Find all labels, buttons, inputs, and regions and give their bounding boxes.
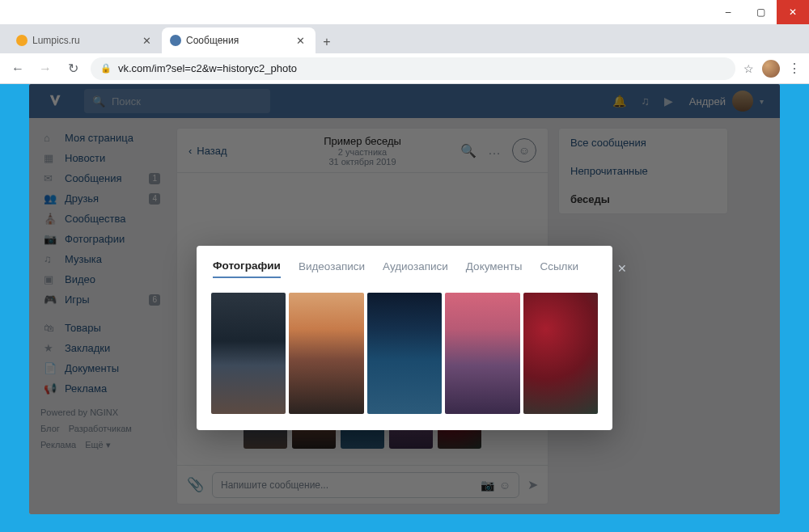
modal-tab-videos[interactable]: Видеозаписи bbox=[299, 260, 365, 277]
photo-thumbnail[interactable] bbox=[523, 293, 598, 414]
close-tab-icon[interactable]: ✕ bbox=[140, 35, 154, 47]
address-bar[interactable]: 🔒 vk.com/im?sel=c2&w=historyc2_photo bbox=[91, 57, 735, 80]
nav-back-button[interactable]: ← bbox=[8, 61, 28, 76]
browser-tab-lumpics[interactable]: Lumpics.ru ✕ bbox=[8, 27, 162, 53]
window-close-button[interactable]: ✕ bbox=[777, 0, 809, 24]
tab-title: Lumpics.ru bbox=[32, 35, 135, 46]
photo-thumbnail[interactable] bbox=[289, 293, 363, 414]
page-viewport: 🔍 Поиск 🔔 ♫ ▶ Андрей ▾ ⌂Моя страница ▦Но… bbox=[29, 84, 780, 514]
window-maximize-button[interactable]: ▢ bbox=[744, 0, 777, 24]
photo-thumbnail[interactable] bbox=[211, 293, 286, 414]
window-titlebar: – ▢ ✕ bbox=[0, 0, 809, 24]
attachments-modal: Фотографии Видеозаписи Аудиозаписи Докум… bbox=[197, 246, 612, 430]
modal-tab-audio[interactable]: Аудиозаписи bbox=[383, 260, 448, 277]
window-minimize-button[interactable]: – bbox=[712, 0, 744, 24]
modal-tabs: Фотографии Видеозаписи Аудиозаписи Докум… bbox=[197, 246, 612, 286]
browser-tab-vk[interactable]: Сообщения ✕ bbox=[162, 27, 316, 53]
nav-reload-button[interactable]: ↻ bbox=[63, 61, 83, 76]
nav-forward-button[interactable]: → bbox=[36, 61, 55, 76]
modal-tab-links[interactable]: Ссылки bbox=[540, 260, 578, 277]
photo-thumbnail[interactable] bbox=[445, 293, 519, 414]
profile-avatar-button[interactable] bbox=[762, 60, 780, 78]
new-tab-button[interactable]: + bbox=[316, 31, 338, 53]
favicon-icon bbox=[16, 35, 28, 46]
modal-tab-photos[interactable]: Фотографии bbox=[213, 260, 281, 278]
close-tab-icon[interactable]: ✕ bbox=[294, 35, 307, 47]
modal-close-button[interactable]: ✕ bbox=[614, 259, 630, 278]
favicon-icon bbox=[170, 35, 181, 46]
lock-icon: 🔒 bbox=[100, 63, 112, 74]
browser-menu-button[interactable]: ⋮ bbox=[788, 61, 801, 76]
tab-title: Сообщения bbox=[186, 35, 289, 46]
modal-tab-docs[interactable]: Документы bbox=[466, 260, 523, 277]
browser-toolbar: ← → ↻ 🔒 vk.com/im?sel=c2&w=historyc2_pho… bbox=[0, 53, 809, 84]
bookmark-star-icon[interactable]: ☆ bbox=[743, 62, 754, 75]
browser-tabstrip: Lumpics.ru ✕ Сообщения ✕ + bbox=[0, 24, 809, 53]
url-text: vk.com/im?sel=c2&w=historyc2_photo bbox=[118, 62, 297, 74]
modal-photo-grid bbox=[197, 286, 612, 430]
photo-thumbnail[interactable] bbox=[367, 293, 442, 414]
